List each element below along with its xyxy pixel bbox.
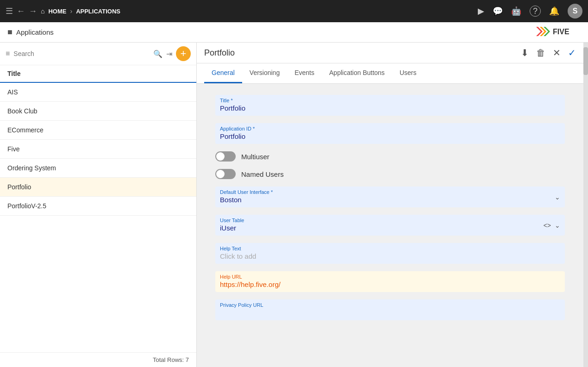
subheader: ■ Applications FIVE: [0, 22, 588, 43]
help-text-label: Help Text: [215, 243, 565, 251]
sidebar-item-ecommerce[interactable]: ECommerce: [0, 121, 196, 140]
multiuser-row: Multiuser: [215, 151, 565, 162]
tab-users[interactable]: Users: [392, 63, 424, 83]
help-url-field: Help URL: [215, 271, 565, 292]
help-text-input[interactable]: [215, 251, 565, 264]
help-text-field: Help Text: [215, 243, 565, 264]
sidebar-item-portfoliov2[interactable]: PortfolioV-2.5: [0, 197, 196, 216]
user-table-label: User Table: [215, 215, 544, 223]
title-label: Title *: [215, 95, 565, 103]
sidebar: ≡ 🔍 ⇥ + Title AIS Book Club ECommerce Fi…: [0, 43, 197, 367]
help-url-input[interactable]: [215, 280, 565, 292]
named-users-label: Named Users: [241, 170, 284, 178]
named-users-row: Named Users: [215, 169, 565, 179]
sidebar-list: AIS Book Club ECommerce Five Ordering Sy…: [0, 83, 196, 352]
five-logo: FIVE: [534, 25, 581, 39]
sidebar-item-five[interactable]: Five: [0, 140, 196, 159]
sidebar-header: Title: [0, 65, 196, 83]
filter-icon[interactable]: ≡: [6, 50, 10, 58]
privacy-field: Privacy Policy URL: [215, 299, 565, 320]
default-ui-value: Boston: [215, 195, 555, 207]
scroll-thumb[interactable]: [583, 47, 588, 75]
multiuser-label: Multiuser: [241, 153, 269, 161]
sidebar-toggle-icon[interactable]: ■: [7, 27, 13, 37]
sidebar-toolbar: ≡ 🔍 ⇥ +: [0, 43, 196, 65]
default-ui-field: Default User Interface * Boston ⌄: [215, 187, 565, 207]
search-input[interactable]: [13, 50, 150, 57]
named-users-toggle[interactable]: [215, 169, 236, 179]
multiuser-toggle[interactable]: [215, 151, 236, 162]
delete-icon[interactable]: 🗑: [536, 48, 545, 58]
sidebar-item-portfolio[interactable]: Portfolio: [0, 178, 196, 197]
tab-application-buttons[interactable]: Application Buttons: [322, 63, 392, 83]
user-table-field: User Table iUser <> ⌄: [215, 215, 565, 236]
privacy-label: Privacy Policy URL: [215, 299, 565, 308]
default-ui-inner: Default User Interface * Boston: [215, 187, 555, 207]
user-table-value: iUser: [215, 223, 544, 236]
close-icon[interactable]: ✕: [553, 47, 561, 58]
chevron-down-icon[interactable]: ⌄: [555, 222, 560, 229]
confirm-icon[interactable]: ✓: [568, 47, 576, 58]
expand-icon[interactable]: ⇥: [166, 50, 172, 58]
play-icon[interactable]: ▶: [478, 6, 484, 16]
home-label[interactable]: HOME: [48, 8, 66, 15]
user-table-icons: <> ⌄: [544, 222, 565, 229]
breadcrumb: ⌂ HOME › APPLICATIONS: [41, 7, 120, 15]
form-content: Title * Application ID * Multiuser Named…: [197, 84, 583, 367]
content-header: Portfolio ⬇ 🗑 ✕ ✓: [197, 43, 583, 63]
app-label[interactable]: APPLICATIONS: [76, 8, 120, 15]
search-icon[interactable]: 🔍: [153, 50, 163, 58]
breadcrumb-chevron: ›: [70, 7, 72, 15]
default-ui-label: Default User Interface *: [215, 187, 555, 195]
app-section-label: Applications: [16, 28, 54, 36]
home-icon: ⌂: [41, 7, 44, 15]
title-field: Title *: [215, 95, 565, 116]
topbar-actions: ▶ 💬 🤖 ? 🔔 S: [478, 4, 582, 19]
tab-general[interactable]: General: [204, 63, 242, 83]
add-button[interactable]: +: [176, 46, 191, 61]
user-avatar[interactable]: S: [568, 4, 582, 19]
user-table-inner: User Table iUser: [215, 215, 544, 236]
sidebar-item-book-club[interactable]: Book Club: [0, 102, 196, 121]
chat-icon[interactable]: 💬: [493, 6, 503, 16]
menu-icon[interactable]: ☰: [6, 6, 13, 16]
download-icon[interactable]: ⬇: [521, 47, 529, 58]
app-id-label: Application ID *: [215, 123, 565, 131]
page-title: Portfolio: [204, 48, 515, 58]
bell-icon[interactable]: 🔔: [549, 6, 559, 16]
sidebar-item-ais[interactable]: AIS: [0, 83, 196, 102]
default-ui-icons: ⌄: [555, 193, 565, 201]
header-actions: ⬇ 🗑 ✕ ✓: [521, 47, 576, 58]
topbar: ☰ ← → ⌂ HOME › APPLICATIONS ▶ 💬 🤖 ? 🔔 S: [0, 0, 588, 22]
sidebar-footer: Total Rows: 7: [0, 352, 196, 367]
content-area: Portfolio ⬇ 🗑 ✕ ✓ General Versioning Eve…: [197, 43, 583, 367]
back-icon[interactable]: ←: [17, 6, 25, 16]
sidebar-item-ordering[interactable]: Ordering System: [0, 159, 196, 178]
main-layout: ≡ 🔍 ⇥ + Title AIS Book Club ECommerce Fi…: [0, 43, 588, 367]
help-url-label: Help URL: [215, 271, 565, 280]
app-id-input[interactable]: [215, 131, 565, 144]
code-icon[interactable]: <>: [544, 222, 551, 229]
app-id-field: Application ID *: [215, 123, 565, 144]
tab-events[interactable]: Events: [287, 63, 322, 83]
help-icon[interactable]: ?: [530, 6, 541, 17]
forward-icon[interactable]: →: [29, 6, 37, 16]
privacy-input[interactable]: [215, 308, 565, 320]
chevron-down-icon[interactable]: ⌄: [555, 193, 560, 201]
tabs: General Versioning Events Application Bu…: [197, 63, 583, 84]
scrollbar[interactable]: [583, 43, 588, 367]
tab-versioning[interactable]: Versioning: [242, 63, 287, 83]
bot-icon[interactable]: 🤖: [511, 6, 521, 16]
five-logo-svg: FIVE: [534, 25, 581, 38]
svg-text:FIVE: FIVE: [553, 28, 569, 36]
title-input[interactable]: [215, 103, 565, 116]
